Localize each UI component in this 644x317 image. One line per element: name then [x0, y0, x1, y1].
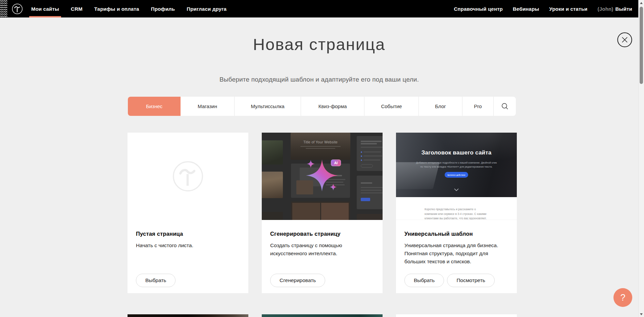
tab-multilink[interactable]: Мультиссылка — [234, 97, 301, 116]
card-title: Пустая страница — [136, 231, 239, 237]
next-row-card-preview[interactable] — [128, 314, 248, 317]
tab-business[interactable]: Бизнес — [128, 97, 181, 116]
close-icon[interactable] — [617, 32, 632, 47]
nav-item-webinars[interactable]: Вебинары — [513, 0, 539, 17]
template-card-blank-page: Пустая страница Начать с чистого листа. … — [128, 133, 248, 293]
chevron-down-icon — [454, 188, 459, 191]
card-actions: Выбрать Посмотреть — [404, 274, 495, 287]
tilda-logo-watermark — [172, 161, 204, 192]
card-description: Универсальная страница для бизнеса. Поня… — [404, 241, 507, 266]
card-title: Универсальный шаблон — [404, 231, 507, 237]
template-cta-button: Целевое действие — [445, 172, 468, 178]
tab-store[interactable]: Магазин — [181, 97, 234, 116]
tab-search[interactable] — [493, 97, 516, 116]
tab-blog[interactable]: Блог — [418, 97, 462, 116]
logout-label: Выйти — [615, 6, 632, 12]
ai-sparkles-icon — [262, 133, 383, 220]
scrollbar-up-arrow[interactable] — [640, 2, 643, 4]
card-title: Сгенерировать страницу — [270, 231, 373, 237]
tab-pro[interactable]: Pro — [462, 97, 493, 116]
card-description: Создать страницу с помощью искусственног… — [270, 241, 373, 258]
next-row-card-preview[interactable] — [262, 314, 383, 317]
nav-left-menu: Мои сайты CRM Тарифы и оплата Профиль Пр… — [31, 0, 227, 17]
nav-item-crm[interactable]: CRM — [71, 0, 83, 17]
choose-button[interactable]: Выбрать — [404, 274, 444, 287]
card-info: Пустая страница Начать с чистого листа. … — [128, 220, 248, 293]
nav-item-pricing[interactable]: Тарифы и оплата — [94, 0, 139, 17]
ai-generate-preview[interactable]: Title of Your Website — [262, 133, 383, 220]
nav-item-profile[interactable]: Профиль — [151, 0, 175, 17]
card-info: Универсальный шаблон Универсальная стран… — [396, 220, 517, 293]
scrollbar-down-arrow[interactable] — [640, 313, 643, 315]
nav-item-logout[interactable]: (John) Выйти — [598, 0, 632, 17]
page-subtitle: Выберите подходящий шаблон и адаптируйте… — [0, 76, 638, 83]
template-hero-subtitle: Добавьте интересные подробности о вашей … — [414, 161, 498, 169]
next-row-card-preview[interactable] — [396, 314, 517, 317]
scrollbar-thumb[interactable] — [640, 7, 643, 84]
card-actions: Выбрать — [136, 274, 176, 287]
zigzag-pattern-decoration — [0, 0, 7, 17]
choose-button[interactable]: Выбрать — [136, 274, 176, 287]
blank-page-preview[interactable] — [128, 133, 248, 220]
nav-item-invite-friend[interactable]: Пригласи друга — [187, 0, 227, 17]
nav-item-help-center[interactable]: Справочный центр — [454, 0, 503, 17]
universal-template-preview[interactable]: Заголовок вашего сайта Добавьте интересн… — [396, 133, 517, 220]
preview-button[interactable]: Посмотреть — [447, 274, 494, 287]
help-button[interactable]: ? — [613, 288, 632, 307]
vertical-scrollbar[interactable] — [638, 0, 644, 317]
nav-item-my-sites[interactable]: Мои сайты — [31, 0, 59, 17]
nav-right-menu: Справочный центр Вебинары Уроки и статьи… — [454, 0, 632, 17]
ai-badge: AI — [331, 160, 341, 166]
card-info: Сгенерировать страницу Создать страницу … — [262, 220, 383, 293]
tab-quiz-form[interactable]: Квиз-форма — [301, 97, 364, 116]
search-icon — [501, 103, 508, 110]
template-category-tabs: Бизнес Магазин Мультиссылка Квиз-форма С… — [128, 97, 516, 116]
card-actions: Сгенерировать — [270, 274, 325, 287]
template-card-universal: Заголовок вашего сайта Добавьте интересн… — [396, 133, 517, 293]
card-description: Начать с чистого листа. — [136, 241, 238, 250]
nav-item-lessons[interactable]: Уроки и статьи — [549, 0, 588, 17]
template-hero-title: Заголовок вашего сайта — [396, 149, 517, 156]
tab-event[interactable]: Событие — [364, 97, 418, 116]
template-card-ai-generate: Title of Your Website — [262, 133, 383, 293]
top-navigation-bar: Мои сайты CRM Тарифы и оплата Профиль Пр… — [0, 0, 644, 17]
page-title: Новая страница — [0, 35, 638, 54]
generate-button[interactable]: Сгенерировать — [270, 274, 325, 287]
template-hero-image: Заголовок вашего сайта Добавьте интересн… — [396, 133, 517, 197]
user-name: (John) — [598, 6, 613, 12]
template-body-text: Коротко представьтесь и расскажите о ком… — [425, 207, 489, 220]
new-page-dialog: Мои сайты CRM Тарифы и оплата Профиль Пр… — [0, 0, 644, 317]
tilda-logo[interactable] — [12, 3, 23, 14]
